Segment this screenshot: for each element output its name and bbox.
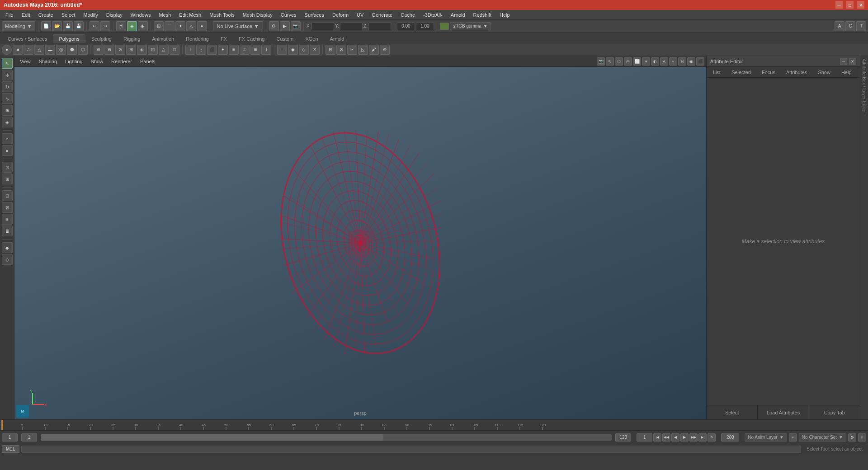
step-forward-button[interactable]: ▶▶ xyxy=(689,433,698,442)
select-component-button[interactable]: ◉ xyxy=(138,21,148,31)
shelf-collapse-button[interactable]: ◇ xyxy=(299,45,309,55)
vp-light-button[interactable]: ☀ xyxy=(642,57,650,66)
attr-copy-tab-button[interactable]: Copy Tab xyxy=(809,405,860,419)
vp-menu-renderer[interactable]: Renderer xyxy=(108,58,136,65)
viewport-3d[interactable]: persp X Y M xyxy=(14,67,706,419)
shelf-extrude-button[interactable]: ↑ xyxy=(185,45,195,55)
mel-tab-button[interactable]: MEL xyxy=(2,445,19,453)
tab-fx-caching[interactable]: FX Caching xyxy=(233,34,270,43)
quick-layout-button[interactable]: ⊠ xyxy=(2,202,13,213)
menu-3dtoall[interactable]: -3DtoAll- xyxy=(420,11,446,19)
color-swatch[interactable] xyxy=(440,23,449,30)
tab-curves-surfaces[interactable]: Curves / Surfaces xyxy=(2,34,53,43)
menu-modify[interactable]: Modify xyxy=(80,11,101,19)
shelf-extract-button[interactable]: ⊗ xyxy=(115,45,125,55)
menu-mesh-tools[interactable]: Mesh Tools xyxy=(206,11,238,19)
timeline-track[interactable]: 1 5 10 15 20 25 30 35 40 45 50 xyxy=(0,420,868,430)
shelf-offset-button[interactable]: ≋ xyxy=(250,45,260,55)
move-tool-button[interactable]: ✛ xyxy=(2,70,13,80)
snap-point-button[interactable]: ✦ xyxy=(175,21,185,31)
snap-grid-button[interactable]: ⊞ xyxy=(154,21,164,31)
render-view-button[interactable]: ◇ xyxy=(2,254,13,265)
menu-edit[interactable]: Edit xyxy=(18,11,34,19)
shelf-append-button[interactable]: + xyxy=(218,45,228,55)
current-frame-input[interactable]: 1 xyxy=(21,433,37,442)
range-max-input[interactable]: 200 xyxy=(721,433,739,442)
vp-texture-button[interactable]: ⬜ xyxy=(633,57,641,66)
range-slider[interactable] xyxy=(41,434,612,441)
open-file-button[interactable]: 📂 xyxy=(52,21,62,31)
save-as-button[interactable]: 💾 xyxy=(74,21,84,31)
range-start-input[interactable]: 1 xyxy=(2,433,18,442)
menu-display[interactable]: Display xyxy=(103,11,126,19)
snap-surface-button[interactable]: △ xyxy=(186,21,196,31)
loop-button[interactable]: ↻ xyxy=(708,433,716,442)
value2-input[interactable]: 1.00 xyxy=(416,22,434,30)
shelf-merge-button[interactable]: ◆ xyxy=(288,45,298,55)
mode-dropdown[interactable]: Modeling ▼ xyxy=(2,21,35,31)
attr-tab-help[interactable]: Help xyxy=(839,69,854,76)
range-end-input[interactable]: 120 xyxy=(615,433,631,442)
render-layer-button[interactable]: ≣ xyxy=(2,226,13,236)
save-file-button[interactable]: 💾 xyxy=(63,21,73,31)
hypershade-button[interactable]: ◆ xyxy=(2,242,13,253)
anim-layer-dropdown[interactable]: No Anim Layer ▼ xyxy=(745,433,787,442)
vp-hud-button[interactable]: H xyxy=(678,57,686,66)
go-to-end-button[interactable]: ▶| xyxy=(698,433,707,442)
command-line-input[interactable] xyxy=(21,446,802,453)
attr-editor-button[interactable]: A xyxy=(835,21,844,31)
shelf-separate-button[interactable]: ⊖ xyxy=(104,45,114,55)
vp-menu-view[interactable]: View xyxy=(16,58,34,65)
go-to-start-button[interactable]: |◀ xyxy=(653,433,661,442)
vp-aa-button[interactable]: A xyxy=(660,57,668,66)
menu-windows[interactable]: Windows xyxy=(127,11,155,19)
tab-custom[interactable]: Custom xyxy=(271,34,300,43)
attr-tab-attributes[interactable]: Attributes xyxy=(783,69,810,76)
new-file-button[interactable]: 📄 xyxy=(41,21,51,31)
menu-file[interactable]: File xyxy=(2,11,17,19)
render-settings-button[interactable]: ⚙ xyxy=(269,21,279,31)
vp-resolution-gate-button[interactable]: ⬛ xyxy=(696,57,704,66)
gamma-dropdown[interactable]: sRGB gamma ▼ xyxy=(450,22,491,30)
menu-mesh[interactable]: Mesh xyxy=(155,11,175,19)
menu-help[interactable]: Help xyxy=(496,11,514,19)
play-forward-button[interactable]: ▶ xyxy=(680,433,689,442)
render-button[interactable]: ▶ xyxy=(280,21,290,31)
shelf-prism-button[interactable]: ⬟ xyxy=(67,45,77,55)
value1-input[interactable]: 0.00 xyxy=(397,22,415,30)
y-input[interactable] xyxy=(340,22,363,30)
snap-live-button[interactable]: ● xyxy=(197,21,207,31)
vp-menu-lighting[interactable]: Lighting xyxy=(61,58,86,65)
vp-select-mode-button[interactable]: ↖ xyxy=(606,57,614,66)
shelf-boolean-button[interactable]: ⊞ xyxy=(126,45,136,55)
shelf-cube-button[interactable]: ■ xyxy=(13,45,23,55)
tab-rendering[interactable]: Rendering xyxy=(180,34,215,43)
tab-arnold[interactable]: Arnold xyxy=(324,34,350,43)
menu-mesh-display[interactable]: Mesh Display xyxy=(239,11,276,19)
shelf-edge-loop-button[interactable]: ≡ xyxy=(229,45,239,55)
soft-modify-button[interactable]: ◈ xyxy=(2,117,13,127)
vp-wireframe-button[interactable]: ⬡ xyxy=(615,57,623,66)
shelf-mirror-cut-button[interactable]: ⊠ xyxy=(336,45,346,55)
shelf-paint-button[interactable]: 🖌 xyxy=(369,45,379,55)
select-object-button[interactable]: ◈ xyxy=(127,21,137,31)
select-hierarchy-button[interactable]: H xyxy=(116,21,126,31)
minimize-button[interactable]: ─ xyxy=(835,1,843,9)
scale-tool-button[interactable]: ⤡ xyxy=(2,93,13,104)
no-live-surface-dropdown[interactable]: No Live Surface ▼ xyxy=(213,21,263,31)
show-manip-button[interactable]: ⊞ xyxy=(2,174,13,184)
x-input[interactable] xyxy=(311,22,334,30)
maximize-button[interactable]: □ xyxy=(846,1,854,9)
attr-load-attributes-button[interactable]: Load Attributes xyxy=(758,405,809,419)
menu-uv[interactable]: UV xyxy=(353,11,367,19)
menu-curves[interactable]: Curves xyxy=(277,11,300,19)
vp-menu-panels[interactable]: Panels xyxy=(137,58,159,65)
attr-tab-focus[interactable]: Focus xyxy=(759,69,778,76)
menu-edit-mesh[interactable]: Edit Mesh xyxy=(175,11,205,19)
shelf-tri-button[interactable]: △ xyxy=(159,45,169,55)
sculpt-geo-button[interactable]: ⊡ xyxy=(2,162,13,173)
vp-camera-button[interactable]: 📷 xyxy=(597,57,605,66)
shelf-cut-button[interactable]: ✂ xyxy=(347,45,357,55)
shelf-fill-button[interactable]: ⬛ xyxy=(207,45,217,55)
attr-tab-list[interactable]: List xyxy=(710,69,723,76)
